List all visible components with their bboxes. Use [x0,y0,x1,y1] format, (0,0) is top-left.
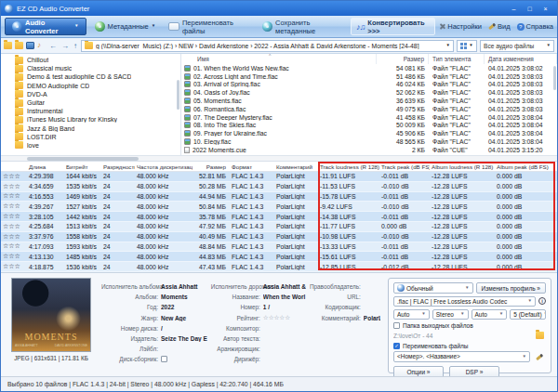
tree-item[interactable]: LOST.DIR [1,133,180,141]
audio-converter-menu[interactable]: Audio Converter ▼ [5,18,86,35]
column-header-rate[interactable]: Частота дискретизации [135,163,193,170]
bitdepth-dropdown[interactable]: Auto ▼ [472,309,508,320]
codec-dropdown[interactable]: .flac | FLAC | Free Lossless Audio Codec… [393,296,536,307]
file-row[interactable]: 07. The Deeper Mystery.flac41 458 КБФайл… [181,113,557,122]
file-row[interactable]: 03. Arrival of Spring.flac46 024 КБФайл … [181,81,557,89]
file-row[interactable]: 04. Oasis of Joy.flac52 062 КБФайл "FLAC… [181,88,557,97]
track-rating-stars[interactable]: ☆☆☆ [1,233,27,241]
track-row[interactable]: ☆☆☆4:16.5531469 kbit/s2448.000 kHz44.94 … [1,192,557,203]
forward-button[interactable]: → [60,42,70,50]
column-header-name[interactable]: ^ Имя [181,54,377,64]
tree-item[interactable]: iTunes Music Library for Kinsky [1,115,180,124]
field-value[interactable]: 2022 [161,304,207,310]
tree-item[interactable]: DEMO Audiophile CD [1,82,180,90]
tree-item[interactable]: Guitar [1,98,180,107]
file-filter-dropdown[interactable]: Все аудио файлы ▼ [480,40,554,52]
column-header-track-loudness[interactable]: Track loudness (R 128) [318,163,379,170]
track-row[interactable]: ☆☆☆4:13.1301485 kbit/s2448.000 kHz44.83 … [1,252,557,262]
tree-scrollbar[interactable] [177,80,179,110]
rename-files-button[interactable]: Переименовать файлы [164,18,254,35]
track-rating-stars[interactable]: ☆☆☆ [1,173,27,180]
channels-dropdown[interactable]: Stereo ▼ [432,309,469,320]
breadcrumb[interactable]: g (\\Dlna-server_Music) (Z:) › NEW › Dav… [81,40,454,52]
change-profile-button[interactable]: Изменить профиль » [476,282,546,294]
file-row[interactable]: 02. Across Light and Time.flac51 486 КБФ… [181,72,557,81]
column-header-track-peak[interactable]: Track peak (dB FS) [379,163,430,170]
view-button[interactable]: Вид [488,22,511,31]
track-row[interactable]: ☆☆☆3:37.9761558 kbit/s2448.000 kHz40.49 … [1,232,557,242]
file-row[interactable]: 06. Romantica.flac49 075 КБФайл "FLAC"04… [181,105,557,113]
track-rating-stars[interactable]: ☆☆☆ [1,242,27,250]
music-note-icon[interactable]: ♪ [37,42,46,49]
field-value[interactable]: When the Worl [263,294,306,300]
edit-pattern-button[interactable] [533,352,546,361]
tree-item[interactable]: Demo & test audiophile CD & SACD [1,72,180,81]
close-button[interactable]: × [538,3,553,14]
display-icon[interactable] [26,42,34,49]
chevron-down-icon[interactable]: ▼ [446,44,450,48]
minimize-button[interactable]: – [506,3,522,14]
column-header-size[interactable]: Размер [193,163,230,170]
track-rating-stars[interactable]: ☆☆☆ [1,253,27,260]
rename-files-checkbox[interactable]: ✓ [393,343,400,349]
file-row[interactable]: 08. Into The Skies.flac50 009 КБФайл "FL… [181,122,557,130]
track-row[interactable]: ☆☆☆4:34.6591535 kbit/s2448.000 kHz50.28 … [1,182,557,192]
samplerate-dropdown[interactable]: Auto ▼ [393,309,430,320]
new-folder-icon[interactable] [4,42,12,49]
field-value[interactable]: PolarLight [364,315,380,321]
column-header-bitrate[interactable]: Битрейт [64,163,101,170]
track-rating-stars[interactable]: ☆☆☆ [1,263,27,270]
file-row[interactable]: 09. Prayer for Ukraine.flac45 906 КБФайл… [181,129,557,137]
convert-button[interactable]: ♪♫ Конвертировать >>> [351,18,435,35]
column-header-size[interactable]: Размер [377,54,429,64]
horizontal-scrollbar-thumb[interactable] [27,157,139,161]
file-row[interactable]: 05. Moments.flac36 639 КБФайл "FLAC"04.0… [181,97,557,105]
field-value[interactable]: Moments [161,294,207,300]
file-list-scrollbar[interactable] [553,66,556,90]
tree-item[interactable]: Classical music [1,64,180,72]
file-row[interactable]: 2022 Moments.cue2 КБФайл "CUE"04.01.2025… [181,146,557,154]
track-rating-stars[interactable]: ☆☆☆ [1,213,27,220]
browse-folder-button[interactable] [533,331,546,340]
field-value[interactable]: Seize The Day E [161,335,207,342]
column-header-comment[interactable]: Комментарий [274,163,318,170]
column-header-format[interactable]: Формат [230,163,274,170]
settings-button[interactable]: Настройки [439,22,482,31]
codec-info-icon[interactable]: i [538,297,546,305]
tree-item[interactable]: Jazz & Big Band [1,124,180,133]
rename-pattern-dropdown[interactable]: <Номер>. <Название> ▼ [393,351,530,362]
track-row[interactable]: ☆☆☆4:25.6841513 kbit/s2448.000 kHz47.92 … [1,222,557,232]
track-row[interactable]: ☆☆☆3:28.1051442 kbit/s2448.000 kHz35.78 … [1,212,557,222]
compilation-checkbox[interactable] [161,356,167,362]
compression-dropdown[interactable]: 5 (Default) ▼ [510,309,546,320]
metadata-menu[interactable]: Метаданные ▼ [90,18,161,35]
track-rating-stars[interactable]: ☆☆☆ [1,223,27,230]
tree-item[interactable]: Instrumental [1,107,180,115]
column-header-depth[interactable]: Разрядность [101,163,135,170]
column-header-date[interactable]: Дата изменения [485,54,557,64]
back-button[interactable]: ← [48,42,58,50]
track-row[interactable]: ☆☆☆4:39.2671527 kbit/s2448.000 kHz50.84 … [1,202,557,212]
help-button[interactable]: ? Справка [517,22,553,31]
maximize-button[interactable]: □ [522,3,538,14]
field-value[interactable]: 1 / [263,304,306,310]
track-rating-stars[interactable]: ☆☆☆ [1,183,27,190]
column-header-length[interactable]: Длина [27,163,64,170]
column-header-type[interactable]: Тип элемента [429,54,485,64]
field-value[interactable]: / [161,325,207,332]
track-row[interactable]: ☆☆☆4:18.8751536 kbit/s2448.000 kHz47.43 … [1,262,557,272]
output-folder-checkbox[interactable] [393,322,400,329]
field-value[interactable]: ☆☆☆☆☆ [263,314,306,321]
column-header-album-peak[interactable]: Album peak (dB FS) [495,163,557,170]
view-mode-dropdown[interactable]: ▼ [457,40,477,52]
track-row[interactable]: ☆☆☆4:29.3981644 kbit/s2448.000 kHz52.81 … [1,172,557,182]
track-rating-stars[interactable]: ☆☆☆ [1,192,27,200]
field-value[interactable]: Assia Ahhatt [161,283,207,290]
save-metadata-button[interactable]: Сохранить метаданные [258,18,347,35]
column-header-album-loudness[interactable]: Album loudness (R 128) [430,163,495,170]
field-value[interactable]: Assia Ahhatt & [263,283,306,290]
track-rating-stars[interactable]: ☆☆☆ [1,203,27,210]
file-row[interactable]: 10. Elegy.flac48 565 КБФайл "FLAC"04.01.… [181,137,557,146]
add-folder-icon[interactable] [15,42,23,49]
tree-item[interactable]: love [1,141,180,150]
